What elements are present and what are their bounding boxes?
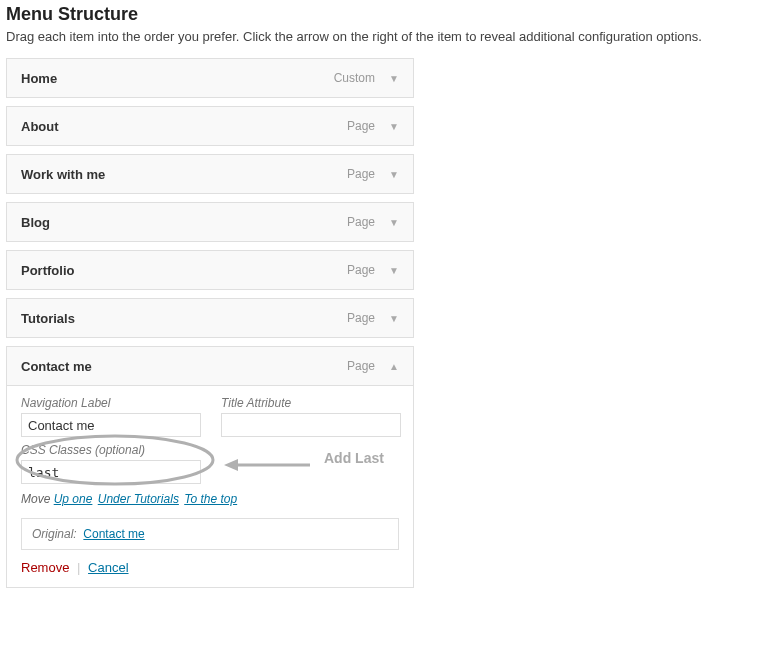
menu-item-bar[interactable]: Portfolio Page ▼ (7, 251, 413, 289)
original-label: Original: (32, 527, 77, 541)
menu-item-type: Page (347, 263, 375, 277)
css-classes-label: CSS Classes (optional) (21, 443, 399, 457)
menu-item-title: Contact me (21, 359, 92, 374)
menu-list: Home Custom ▼ About Page ▼ Work with me … (6, 58, 414, 588)
chevron-down-icon[interactable]: ▼ (385, 309, 403, 327)
menu-item-bar[interactable]: About Page ▼ (7, 107, 413, 145)
nav-label-input[interactable] (21, 413, 201, 437)
title-attr-label: Title Attribute (221, 396, 401, 410)
chevron-down-icon[interactable]: ▼ (385, 261, 403, 279)
title-attr-input[interactable] (221, 413, 401, 437)
separator: | (77, 560, 80, 575)
menu-item-settings: Navigation Label Title Attribute CSS Cla… (7, 385, 413, 587)
menu-item-bar[interactable]: Work with me Page ▼ (7, 155, 413, 193)
menu-item-tutorials[interactable]: Tutorials Page ▼ (6, 298, 414, 338)
move-under-link[interactable]: Under Tutorials (98, 492, 179, 506)
cancel-link[interactable]: Cancel (88, 560, 128, 575)
menu-item-bar[interactable]: Contact me Page ▲ (7, 347, 413, 385)
menu-item-blog[interactable]: Blog Page ▼ (6, 202, 414, 242)
move-up-one-link[interactable]: Up one (54, 492, 93, 506)
chevron-up-icon[interactable]: ▲ (385, 357, 403, 375)
menu-item-about[interactable]: About Page ▼ (6, 106, 414, 146)
original-box: Original: Contact me (21, 518, 399, 550)
menu-item-title: Portfolio (21, 263, 74, 278)
section-description: Drag each item into the order you prefer… (6, 29, 775, 44)
original-link[interactable]: Contact me (83, 527, 144, 541)
chevron-down-icon[interactable]: ▼ (385, 117, 403, 135)
remove-link[interactable]: Remove (21, 560, 69, 575)
nav-label-label: Navigation Label (21, 396, 201, 410)
move-row: Move Up one Under Tutorials To the top (21, 492, 399, 506)
move-to-top-link[interactable]: To the top (184, 492, 237, 506)
menu-item-title: Tutorials (21, 311, 75, 326)
css-classes-input[interactable] (21, 460, 201, 484)
menu-item-title: Home (21, 71, 57, 86)
menu-item-type: Page (347, 167, 375, 181)
menu-item-type: Page (347, 311, 375, 325)
menu-item-title: About (21, 119, 59, 134)
chevron-down-icon[interactable]: ▼ (385, 213, 403, 231)
menu-item-home[interactable]: Home Custom ▼ (6, 58, 414, 98)
menu-item-work-with-me[interactable]: Work with me Page ▼ (6, 154, 414, 194)
menu-item-bar[interactable]: Blog Page ▼ (7, 203, 413, 241)
menu-item-bar[interactable]: Tutorials Page ▼ (7, 299, 413, 337)
chevron-down-icon[interactable]: ▼ (385, 69, 403, 87)
menu-item-title: Work with me (21, 167, 105, 182)
menu-item-type: Page (347, 359, 375, 373)
chevron-down-icon[interactable]: ▼ (385, 165, 403, 183)
menu-item-bar[interactable]: Home Custom ▼ (7, 59, 413, 97)
section-title: Menu Structure (6, 4, 775, 25)
menu-item-type: Page (347, 119, 375, 133)
menu-item-contact-me[interactable]: Contact me Page ▲ Navigation Label Title… (6, 346, 414, 588)
menu-item-portfolio[interactable]: Portfolio Page ▼ (6, 250, 414, 290)
menu-item-type: Custom (334, 71, 375, 85)
menu-item-title: Blog (21, 215, 50, 230)
move-label: Move (21, 492, 50, 506)
menu-item-type: Page (347, 215, 375, 229)
